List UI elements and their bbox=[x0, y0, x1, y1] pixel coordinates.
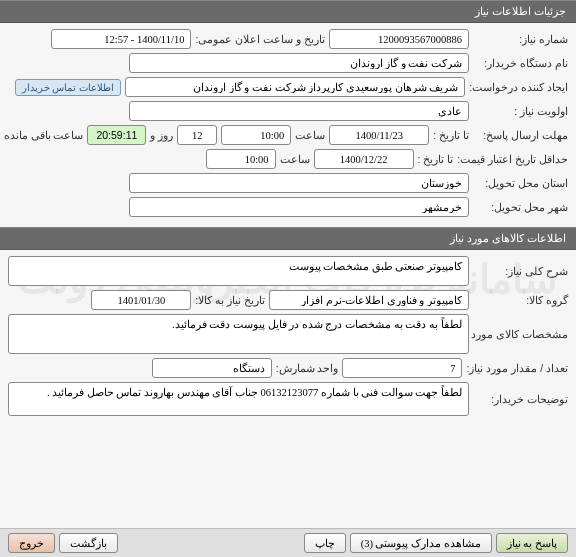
label-price-validity: حداقل تاریخ اعتبار قیمت: bbox=[457, 153, 568, 165]
countdown-clock: 20:59:11 bbox=[87, 125, 146, 145]
label-buyer-notes: توضیحات خریدار: bbox=[473, 393, 568, 405]
input-buyer-notes[interactable] bbox=[8, 382, 469, 416]
label-req-title: شرح کلی نیاز: bbox=[473, 265, 568, 277]
label-priority: اولویت نیاز : bbox=[473, 105, 568, 117]
label-goods-group: گروه کالا: bbox=[473, 294, 568, 306]
label-time-remaining: ساعت باقی مانده bbox=[4, 129, 84, 141]
input-unit[interactable] bbox=[152, 358, 272, 378]
input-days-left[interactable] bbox=[177, 125, 217, 145]
input-price-time[interactable] bbox=[206, 149, 276, 169]
input-req-creator[interactable] bbox=[125, 77, 465, 97]
input-announce-datetime[interactable] bbox=[51, 29, 191, 49]
print-button[interactable]: چاپ bbox=[304, 533, 346, 553]
input-city[interactable] bbox=[129, 197, 469, 217]
footer-spacer bbox=[122, 533, 300, 553]
input-goods-group[interactable] bbox=[269, 290, 469, 310]
section-header-goods: اطلاعات کالاهای مورد نیاز bbox=[0, 227, 576, 250]
label-goods-need-date: تاریخ نیاز به کالا: bbox=[195, 294, 265, 306]
input-price-date[interactable] bbox=[314, 149, 414, 169]
section-header-details: جزئیات اطلاعات نیاز bbox=[0, 0, 576, 23]
label-until-date-2: تا تاریخ : bbox=[418, 153, 454, 165]
buyer-contact-button[interactable]: اطلاعات تماس خریدار bbox=[15, 79, 122, 96]
back-button[interactable]: بازگشت bbox=[59, 533, 118, 553]
input-req-number[interactable] bbox=[329, 29, 469, 49]
input-goods-need-date[interactable] bbox=[91, 290, 191, 310]
input-qty[interactable] bbox=[342, 358, 462, 378]
label-unit: واحد شمارش: bbox=[276, 362, 339, 374]
label-reply-deadline: مهلت ارسال پاسخ: bbox=[473, 129, 568, 141]
label-qty: تعداد / مقدار مورد نیاز: bbox=[466, 362, 568, 374]
details-form: شماره نیاز: تاریخ و ساعت اعلان عمومی: نا… bbox=[0, 23, 576, 227]
exit-button[interactable]: خروج bbox=[8, 533, 55, 553]
label-province: استان محل تحویل: bbox=[473, 177, 568, 189]
label-days-and: روز و bbox=[150, 129, 173, 141]
label-req-creator: ایجاد کننده درخواست: bbox=[469, 81, 568, 93]
label-time-2: ساعت bbox=[280, 153, 310, 165]
input-reply-time[interactable] bbox=[221, 125, 291, 145]
label-req-number: شماره نیاز: bbox=[473, 33, 568, 45]
input-buyer-org[interactable] bbox=[129, 53, 469, 73]
reply-button[interactable]: پاسخ به نیاز bbox=[496, 533, 568, 553]
footer-toolbar: پاسخ به نیاز مشاهده مدارک پیوستی (3) چاپ… bbox=[0, 528, 576, 557]
label-time-1: ساعت bbox=[295, 129, 325, 141]
label-announce-datetime: تاریخ و ساعت اعلان عمومی: bbox=[195, 33, 325, 45]
input-province[interactable] bbox=[129, 173, 469, 193]
input-req-title[interactable] bbox=[8, 256, 469, 286]
label-buyer-org: نام دستگاه خریدار: bbox=[473, 57, 568, 69]
label-city: شهر محل تحویل: bbox=[473, 201, 568, 213]
input-reply-date[interactable] bbox=[329, 125, 429, 145]
attachments-button[interactable]: مشاهده مدارک پیوستی (3) bbox=[350, 533, 492, 553]
input-priority[interactable] bbox=[129, 101, 469, 121]
goods-form: شرح کلی نیاز: گروه کالا: تاریخ نیاز به ک… bbox=[0, 250, 576, 426]
label-until-date-1: تا تاریخ : bbox=[433, 129, 469, 141]
input-goods-spec[interactable] bbox=[8, 314, 469, 354]
label-goods-spec: مشخصات کالای مورد نیاز: bbox=[473, 328, 568, 340]
details-panel: جزئیات اطلاعات نیاز شماره نیاز: تاریخ و … bbox=[0, 0, 576, 426]
